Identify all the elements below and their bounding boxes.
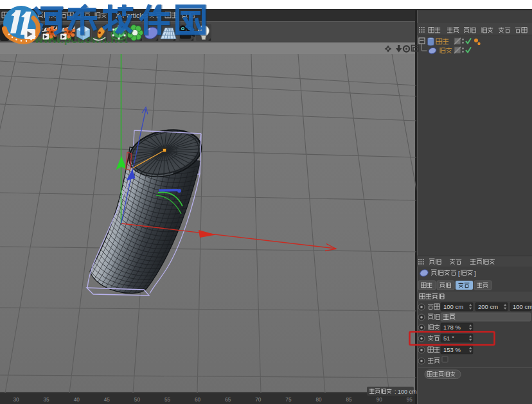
svg-text:90: 90 — [377, 397, 383, 403]
svg-text:70: 70 — [255, 397, 262, 403]
svg-text:30: 30 — [13, 397, 19, 403]
svg-text:153 %: 153 % — [443, 346, 461, 353]
svg-text:[: [ — [458, 270, 460, 277]
svg-text:50: 50 — [134, 397, 141, 403]
svg-text:60: 60 — [195, 397, 201, 403]
svg-text:100 cm: 100 cm — [443, 303, 463, 310]
svg-text:75: 75 — [285, 397, 292, 403]
svg-text:85: 85 — [346, 397, 353, 403]
svg-text:]: ] — [474, 270, 476, 277]
svg-text:100 cm: 100 cm — [513, 303, 532, 310]
svg-text:51 °: 51 ° — [443, 335, 454, 342]
svg-text:200 cm: 200 cm — [478, 303, 498, 310]
svg-text:95: 95 — [407, 397, 413, 403]
svg-text:178 %: 178 % — [443, 324, 461, 331]
svg-text:40: 40 — [74, 397, 80, 403]
svg-text:35: 35 — [44, 397, 50, 403]
svg-text:45: 45 — [104, 397, 111, 403]
svg-text:80: 80 — [315, 397, 322, 403]
svg-text:: 100 cm: : 100 cm — [395, 389, 417, 395]
svg-text:55: 55 — [164, 397, 171, 403]
svg-text:65: 65 — [225, 397, 231, 403]
